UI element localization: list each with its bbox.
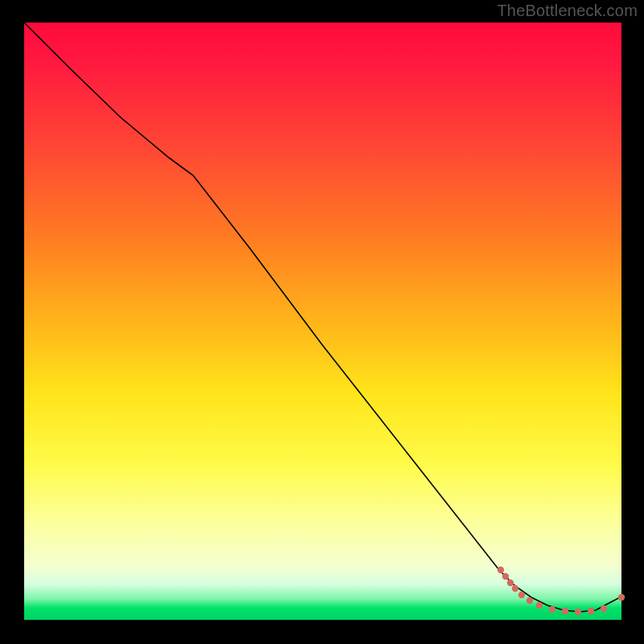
marker-point <box>512 585 518 592</box>
marker-point <box>588 608 594 614</box>
marker-point <box>507 580 514 586</box>
marker-point <box>601 605 607 612</box>
marker-point <box>549 606 555 613</box>
chart-overlay <box>24 23 621 620</box>
main-curve-path <box>24 23 621 612</box>
marker-point <box>536 602 543 609</box>
marker-point <box>618 594 625 601</box>
marker-point <box>575 609 581 615</box>
marker-point <box>562 608 568 614</box>
marker-point <box>502 573 509 580</box>
marker-point <box>518 592 525 598</box>
marker-group <box>497 567 625 615</box>
root: TheBottleneck.com <box>0 0 644 644</box>
watermark-text: TheBottleneck.com <box>497 2 638 20</box>
marker-point <box>497 567 504 573</box>
marker-point <box>526 597 533 604</box>
chart-area <box>24 23 621 620</box>
